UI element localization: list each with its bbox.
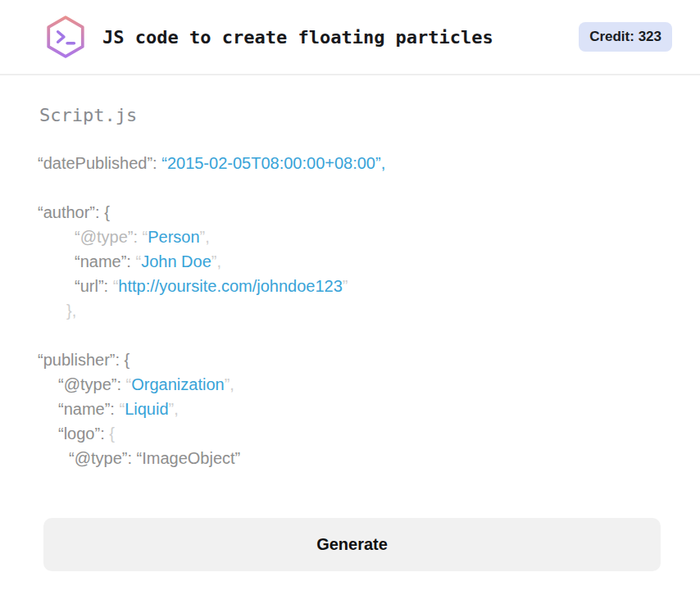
code-line: “author”: { bbox=[38, 200, 661, 225]
credit-badge: Credit: 323 bbox=[579, 22, 672, 52]
header: JS code to create floating particles Cre… bbox=[0, 0, 700, 75]
code-line: “datePublished”: “2015-02-05T08:00:00+08… bbox=[38, 151, 661, 175]
code-line: “url”: “http://yoursite.com/johndoe123” bbox=[38, 274, 661, 298]
code-line: “name”: “Liquid”, bbox=[38, 397, 661, 421]
code-line bbox=[38, 175, 661, 200]
code-line: “publisher”: { bbox=[38, 347, 661, 372]
code-line: “@type”: “Organization”, bbox=[38, 372, 661, 397]
code-block: “datePublished”: “2015-02-05T08:00:00+08… bbox=[38, 151, 661, 470]
code-line: “name”: “John Doe”, bbox=[38, 249, 661, 274]
generate-button[interactable]: Generate bbox=[43, 518, 661, 571]
code-line bbox=[38, 323, 661, 347]
file-name-heading: Script.js bbox=[39, 105, 661, 125]
page-title: JS code to create floating particles bbox=[102, 27, 579, 48]
code-line: “@type”: “ImageObject” bbox=[38, 446, 661, 470]
terminal-prompt-hexagon-icon bbox=[45, 15, 86, 59]
code-line: “@type”: “Person”, bbox=[38, 225, 661, 249]
code-line: “logo”: { bbox=[38, 421, 661, 446]
code-line: }, bbox=[38, 298, 661, 323]
main-content: Script.js “datePublished”: “2015-02-05T0… bbox=[0, 105, 700, 571]
